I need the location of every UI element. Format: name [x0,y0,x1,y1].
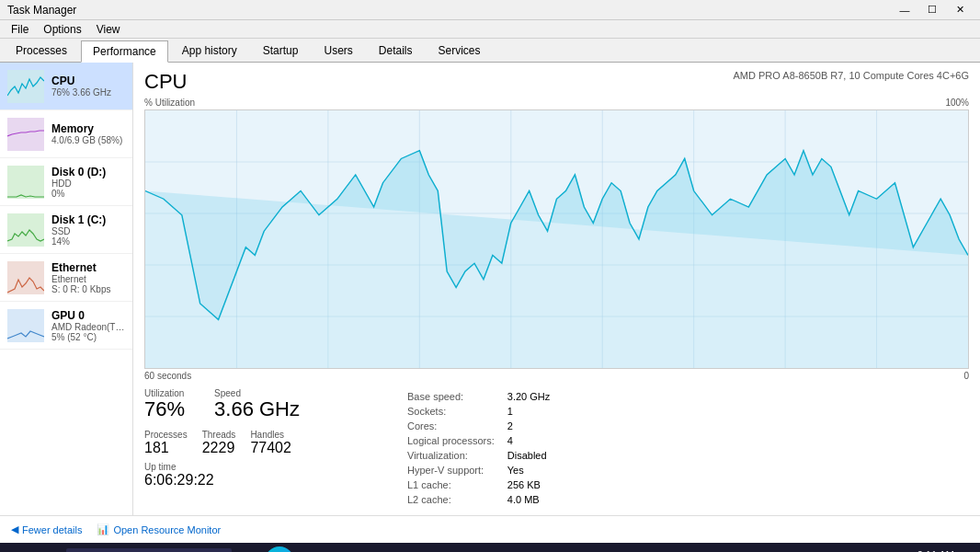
open-resource-monitor-link[interactable]: 📊 Open Resource Monitor [97,523,221,535]
fewer-details-link[interactable]: ◀ Fewer details [11,523,82,535]
app3-icon[interactable]: 🖥 [445,548,471,552]
uptime-value: 6:06:29:22 [144,472,402,489]
browser-icon[interactable]: 🌐 [265,546,294,552]
main-area: CPU 76% 3.66 GHz Memory 4.0/6.9 GB (58%) [0,63,980,515]
fewer-details-label: Fewer details [22,524,82,535]
page-title: CPU [144,70,187,94]
content-header: CPU AMD PRO A8-8650B R7, 10 Compute Core… [144,70,969,94]
search-input[interactable] [66,548,232,552]
utilization-group: Utilization 76% [144,388,185,420]
search-button[interactable]: 🔍 [37,548,63,552]
spotify-icon[interactable]: ♫ [357,548,382,552]
taskbar-time: 2:11 AM [909,548,954,552]
l2-row: L2 cache: 4.0 MB [404,493,553,506]
menubar: File Options View [0,20,980,39]
svg-rect-0 [7,70,44,103]
virtualization-row: Virtualization: Disabled [404,449,553,462]
l1-row: L1 cache: 256 KB [404,478,553,491]
maximize-button[interactable]: ☐ [919,2,945,18]
folder-icon[interactable]: 📁 [327,548,353,552]
menu-view[interactable]: View [89,21,128,38]
gpu0-value: 5% (52 °C) [51,332,125,342]
memory-value: 4.0/6.9 GB (58%) [51,135,125,145]
taskbar-time-date: 2:11 AM 5/27/2023 [909,548,954,552]
menu-file[interactable]: File [4,21,36,38]
details-table: Base speed: 3.20 GHz Sockets: 1 Cores: 2… [402,388,555,508]
sidebar-item-disk1[interactable]: Disk 1 (C:) SSD 14% [0,206,132,254]
logical-label: Logical processors: [404,434,502,447]
chart-time-label: 60 seconds [144,371,191,381]
hyperv-label: Hyper-V support: [404,464,502,477]
ethernet-sublabel: Ethernet [51,274,125,284]
processes-group: Processes 181 [144,430,188,456]
disk1-label: Disk 1 (C:) [51,213,125,226]
stats-area: Utilization 76% Speed 3.66 GHz Processes… [144,388,969,508]
l2-label: L2 cache: [404,493,502,506]
l1-label: L1 cache: [404,478,502,491]
taskbar-right: 🔔 🔊 🔋 2:11 AM 5/27/2023 💬 [854,548,973,552]
disk1-value: 14% [51,236,125,247]
virtualization-value: Disabled [504,449,553,462]
cores-value: 2 [504,420,553,432]
utilization-stat-value: 76% [144,398,185,420]
ethernet-value: S: 0 R: 0 Kbps [51,284,125,294]
tab-details[interactable]: Details [367,40,425,62]
start-button[interactable]: ⊞ [7,548,33,552]
cpu-chart [144,109,969,369]
sockets-value: 1 [504,405,553,418]
bottom-bar: ◀ Fewer details 📊 Open Resource Monitor [0,515,980,543]
minimize-button[interactable]: — [892,2,917,18]
l2-value: 4.0 MB [504,493,553,506]
open-monitor-label: Open Resource Monitor [113,524,221,535]
svg-rect-2 [7,166,44,199]
memory-sidebar-info: Memory 4.0/6.9 GB (58%) [51,122,125,145]
cores-row: Cores: 2 [404,420,553,432]
sidebar-item-memory[interactable]: Memory 4.0/6.9 GB (58%) [0,110,132,158]
speed-group: Speed 3.66 GHz [214,388,300,420]
tabbar: Processes Performance App history Startu… [0,39,980,63]
sidebar-item-gpu0[interactable]: GPU 0 AMD Radeon(TM) ... 5% (52 °C) [0,302,132,350]
l1-value: 256 KB [504,478,553,491]
ethernet-label: Ethernet [51,261,125,274]
tab-startup[interactable]: Startup [251,40,311,62]
sidebar-item-cpu[interactable]: CPU 76% 3.66 GHz [0,63,132,110]
cores-label: Cores: [404,420,502,432]
close-button[interactable]: ✕ [947,2,973,18]
processor-name: AMD PRO A8-8650B R7, 10 Compute Cores 4C… [734,70,969,81]
sidebar-item-ethernet[interactable]: Ethernet Ethernet S: 0 R: 0 Kbps [0,254,132,302]
hyperv-value: Yes [504,464,553,477]
cpu-thumb [7,70,44,103]
tab-users[interactable]: Users [312,40,364,62]
taskbar: ⊞ 🔍 ⧉ 🌐 🔵 📁 ♫ 📱 🔧 🖥 🔔 🔊 🔋 2:11 AM 5/27/2… [0,543,980,552]
cpu-label: CPU [51,75,125,87]
speed-stat-value: 3.66 GHz [214,398,300,420]
memory-label: Memory [51,122,125,135]
content-panel: CPU AMD PRO A8-8650B R7, 10 Compute Core… [133,63,980,515]
sockets-row: Sockets: 1 [404,405,553,418]
titlebar-controls: — ☐ ✕ [892,2,973,18]
menu-options[interactable]: Options [36,21,88,38]
edge-icon[interactable]: 🔵 [298,548,324,552]
memory-thumb [7,118,44,151]
tab-app-history[interactable]: App history [170,40,249,62]
tab-performance[interactable]: Performance [81,40,168,63]
gpu0-sidebar-info: GPU 0 AMD Radeon(TM) ... 5% (52 °C) [51,309,125,342]
disk1-thumb [7,213,44,247]
tab-processes[interactable]: Processes [4,40,79,62]
app2-icon[interactable]: 🔧 [416,548,441,552]
disk0-thumb [7,166,44,199]
uptime-label: Up time [144,462,402,472]
processes-label: Processes [144,430,188,440]
app1-icon[interactable]: 📱 [386,548,412,552]
task-view-button[interactable]: ⧉ [235,548,261,552]
tab-services[interactable]: Services [427,40,493,62]
handles-group: Handles 77402 [250,430,291,456]
disk0-value: 0% [51,189,125,199]
sidebar-item-disk0[interactable]: Disk 0 (D:) HDD 0% [0,158,132,206]
threads-label: Threads [202,430,236,440]
disk0-sublabel: HDD [51,178,125,189]
threads-group: Threads 2229 [202,430,236,456]
sidebar: CPU 76% 3.66 GHz Memory 4.0/6.9 GB (58%) [0,63,133,515]
gpu0-thumb [7,309,44,342]
svg-rect-3 [7,213,44,247]
